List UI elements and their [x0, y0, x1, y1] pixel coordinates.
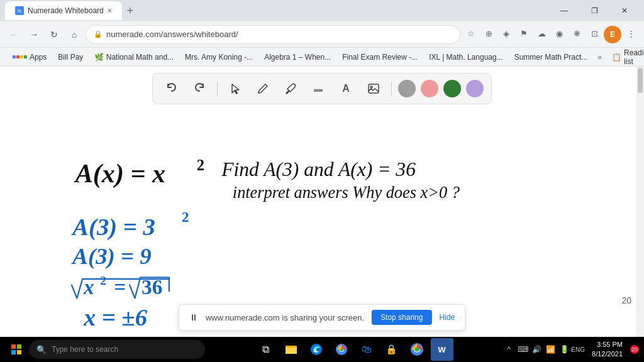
language-icon[interactable]: ENG — [572, 343, 584, 356]
svg-text:2: 2 — [100, 275, 106, 288]
start-button[interactable] — [5, 338, 28, 361]
address-bar: ← → ↻ ⌂ 🔒 numerade.com/answers/whiteboar… — [0, 21, 644, 48]
image-tool-button[interactable] — [362, 77, 385, 100]
star-icon[interactable]: ☆ — [463, 26, 479, 42]
bookmark-billpay[interactable]: Bill Pay — [53, 51, 88, 63]
chrome-browser-button[interactable] — [330, 338, 353, 361]
bookmark-amy-koning[interactable]: Mrs. Amy Koning -... — [180, 51, 258, 63]
taskbar-right: ^ ⌨ 🔊 📶 🔋 ENG 3:55 PM 8/12/2021 20 — [502, 340, 639, 359]
clock-time: 3:55 PM — [592, 340, 623, 349]
screen-share-bar: ⏸ www.numerade.com is sharing your scree… — [179, 304, 465, 331]
svg-rect-16 — [11, 350, 16, 354]
bookmark-final-exam[interactable]: Final Exam Review -... — [337, 51, 423, 63]
taskbar-search-icon: 🔍 — [36, 345, 47, 354]
refresh-button[interactable]: ↻ — [45, 26, 63, 43]
share-pause-icon: ⏸ — [189, 312, 198, 322]
scrollbar-thumb[interactable] — [638, 68, 643, 93]
extension7-icon[interactable]: ⊡ — [586, 26, 602, 42]
edge-browser-button[interactable] — [305, 338, 328, 361]
speaker-icon[interactable]: 🔊 — [530, 343, 543, 356]
taskbar-search-box[interactable]: 🔍 Type here to search — [29, 340, 205, 359]
pen-tool-button[interactable] — [252, 77, 274, 100]
drawing-toolbar: ▬ A — [152, 73, 492, 104]
new-tab-button[interactable]: + — [122, 4, 139, 18]
svg-point-20 — [311, 344, 322, 355]
extension3-icon[interactable]: ⚑ — [516, 26, 532, 42]
browser-frame: N Numerade Whiteboard × + — ❐ ✕ ← → ↻ ⌂ … — [0, 0, 644, 362]
restore-button[interactable]: ❐ — [580, 0, 609, 21]
close-button[interactable]: ✕ — [610, 0, 639, 21]
redo-button[interactable] — [188, 77, 211, 100]
bookmark-ixl[interactable]: IXL | Math. Languag... — [424, 51, 508, 63]
extension6-icon[interactable]: ❋ — [569, 26, 585, 42]
bookmark-algebra1[interactable]: Algebra 1 – When... — [259, 51, 336, 63]
bookmark-summer-math-label: Summer Math Pract... — [514, 53, 588, 62]
title-bar: N Numerade Whiteboard × + — ❐ ✕ — [0, 0, 644, 21]
reading-list-button[interactable]: 📋 Reading list — [607, 48, 644, 67]
svg-rect-14 — [11, 344, 16, 349]
stop-sharing-button[interactable]: Stop sharing — [372, 310, 431, 325]
green-color-button[interactable] — [443, 80, 461, 97]
lavender-color-button[interactable] — [466, 80, 484, 97]
bookmark-amy-koning-label: Mrs. Amy Koning -... — [185, 53, 253, 62]
svg-text:=: = — [114, 275, 126, 299]
tab-favicon: N — [15, 6, 24, 15]
tab-title: Numerade Whiteboard — [28, 6, 104, 15]
svg-point-26 — [414, 348, 419, 352]
svg-text:Find  A(3)  and  A(x) = 36: Find A(3) and A(x) = 36 — [221, 158, 416, 180]
lock-taskbar-button[interactable]: 🔒 — [380, 338, 403, 361]
vertical-scrollbar[interactable] — [636, 67, 644, 337]
battery-icon[interactable]: 🔋 — [558, 343, 570, 356]
menu-button[interactable]: ⋮ — [623, 26, 639, 42]
undo-button[interactable] — [160, 77, 183, 100]
eraser-tool-button[interactable]: ▬ — [307, 77, 330, 100]
system-clock[interactable]: 3:55 PM 8/12/2021 — [587, 340, 628, 359]
select-tool-button[interactable] — [224, 77, 247, 100]
active-tab[interactable]: N Numerade Whiteboard × — [5, 1, 122, 20]
reading-list-icon: 📋 — [612, 53, 621, 62]
whiteboard-canvas[interactable]: A(x) = x 2 Find A(3) and A(x) = 36 inter… — [0, 67, 644, 337]
bookmark-apps[interactable]: Apps — [8, 51, 52, 63]
pink-color-button[interactable] — [421, 80, 438, 97]
network-icon[interactable]: 📶 — [544, 343, 557, 356]
keyboard-icon[interactable]: ⌨ — [516, 343, 529, 356]
back-button[interactable]: ← — [5, 26, 23, 43]
profile-button[interactable]: E — [604, 26, 621, 43]
svg-text:A(x) = x: A(x) = x — [74, 158, 165, 189]
file-explorer-button[interactable] — [280, 338, 303, 361]
bookmarks-more[interactable]: » — [594, 51, 606, 63]
notification-badge[interactable]: 20 — [630, 345, 639, 354]
extension-icon[interactable]: ⊕ — [480, 26, 497, 42]
svg-text:x = ±6: x = ±6 — [83, 304, 148, 331]
bookmark-national-math[interactable]: 🌿 National Math and... — [89, 51, 179, 63]
tray-expand-icon[interactable]: ^ — [502, 343, 515, 356]
hide-button[interactable]: Hide — [439, 313, 455, 322]
home-button[interactable]: ⌂ — [65, 26, 83, 43]
tools-tool-button[interactable] — [279, 77, 302, 100]
extension4-icon[interactable]: ☁ — [533, 26, 550, 42]
whiteboard-area[interactable]: ▬ A A(x) = x 2 Find A(3) and A(x) = 36 — [0, 67, 644, 337]
extension2-icon[interactable]: ◈ — [498, 26, 514, 42]
tab-close-button[interactable]: × — [108, 6, 112, 15]
gray-color-button[interactable] — [398, 80, 416, 97]
svg-text:x: x — [83, 275, 94, 299]
taskbar-search-text: Type here to search — [52, 345, 118, 354]
minimize-button[interactable]: — — [550, 0, 579, 21]
url-bar[interactable]: 🔒 numerade.com/answers/whiteboard/ — [86, 25, 460, 44]
forward-button[interactable]: → — [25, 26, 43, 43]
text-tool-button[interactable]: A — [335, 77, 357, 100]
reading-list-label: Reading list — [624, 48, 644, 66]
store-button[interactable]: 🛍 — [355, 338, 378, 361]
page-number: 20 — [621, 295, 631, 305]
screen-share-message: www.numerade.com is sharing your screen. — [206, 313, 364, 322]
word-taskbar-button[interactable]: W — [431, 338, 453, 361]
svg-text:interpret answers   Why does x: interpret answers Why does x>0 ? — [233, 184, 460, 202]
extension5-icon[interactable]: ◉ — [551, 26, 567, 42]
toolbar-separator-1 — [217, 81, 218, 96]
svg-rect-0 — [369, 84, 379, 93]
task-view-button[interactable]: ⧉ — [255, 338, 277, 361]
chrome2-taskbar-button[interactable] — [406, 338, 428, 361]
svg-text:36: 36 — [142, 275, 162, 299]
bookmark-summer-math[interactable]: Summer Math Pract... — [509, 51, 593, 63]
bookmark-final-exam-label: Final Exam Review -... — [342, 53, 418, 62]
